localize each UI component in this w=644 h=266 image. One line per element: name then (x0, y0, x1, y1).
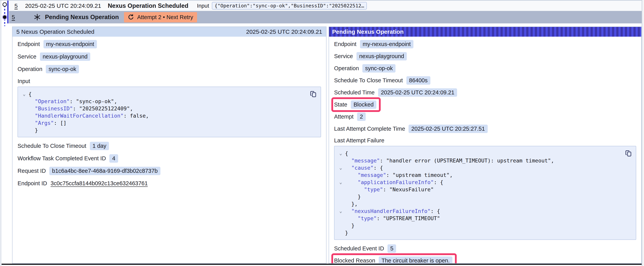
event-id-link[interactable]: 5 (14, 3, 18, 9)
copy-icon[interactable] (310, 90, 317, 98)
row-value-badge: 2025-02-25 UTC 20:24:09.21 (378, 88, 457, 97)
code-gutter (336, 157, 345, 164)
row-label: Request ID (18, 168, 46, 174)
failure-json-viewer: ⌄{ "message": "handler error (UPSTREAM_T… (334, 146, 636, 240)
row-label: Service (18, 54, 36, 60)
detail-row-state: State Blocked (334, 100, 636, 109)
code-line: "type": "UPSTREAM_TIMEOUT" (336, 215, 631, 222)
pending-card-header: Pending Nexus Operation (329, 27, 641, 37)
code-text: "message": "upstream timeout", (345, 171, 453, 179)
detail-row-attempt: Attempt 2 (334, 112, 636, 121)
code-gutter (336, 215, 345, 222)
row-label: Scheduled Event ID (334, 245, 384, 252)
frame-left-border (0, 0, 1, 266)
detail-row-service: Service nexus-playground (334, 52, 636, 61)
event-row-pending[interactable]: 5 Pending Nexus Operation Attempt 2 • Ne… (9, 11, 642, 24)
row-value-badge: 86400s (406, 76, 430, 85)
code-line: "Args": [] (20, 119, 316, 127)
state-badge: Blocked (351, 100, 376, 109)
collapse-caret-icon[interactable]: ⌄ (336, 179, 345, 186)
code-text: } (345, 229, 348, 236)
code-gutter (20, 127, 28, 134)
code-line: "type": "NexusFailure" (336, 186, 631, 193)
code-text: "HandlerWaitForCancellation": false, (28, 112, 149, 119)
retry-icon (128, 14, 134, 20)
code-line: "message": "handler error (UPSTREAM_TIME… (336, 157, 631, 164)
detail-row-operation: Operation sync-op-ok (334, 64, 636, 73)
pending-title: Pending Nexus Operation (45, 14, 119, 21)
collapse-caret-icon[interactable]: ⌄ (336, 164, 345, 171)
detail-row-endpoint: Endpoint my-nexus-endpoint (18, 40, 321, 48)
row-value-badge: 2 (357, 113, 366, 121)
timeline-active-bar (7, 1, 8, 24)
collapse-caret-icon[interactable]: ⌄ (336, 207, 345, 215)
detail-row-endpoint-id: Endpoint ID 3c0c75ccfa8144b092c13ce63246… (18, 179, 321, 188)
timeline-open-circle-icon (2, 2, 7, 7)
failure-section-label: Last Attempt Failure (334, 137, 636, 144)
event-input-preview[interactable]: {"Operation":"sync-op-ok","BusinessID":"… (212, 2, 367, 10)
row-label: Blocked Reason (334, 257, 375, 264)
blocked-reason-badge: The circuit breaker is open. (379, 256, 452, 264)
retry-badge-label: Attempt 2 • Next Retry (137, 14, 193, 21)
row-label: Endpoint (334, 41, 356, 47)
code-text: } (345, 193, 361, 200)
star-icon (34, 14, 41, 21)
code-gutter (20, 119, 28, 127)
code-line: ⌄ "nexusHandlerFailureInfo": { (336, 207, 631, 215)
detail-row-endpoint: Endpoint my-nexus-endpoint (334, 40, 636, 48)
row-label: State (334, 101, 347, 108)
collapse-caret-icon[interactable]: ⌄ (20, 91, 28, 98)
row-label: Endpoint ID (18, 180, 47, 187)
detail-row-service: Service nexus-playground (18, 52, 321, 61)
detail-row-operation: Operation sync-op-ok (18, 65, 321, 73)
detail-row-schedule-to-close: Schedule To Close Timeout 1 day (18, 142, 321, 150)
detail-row-wft-completed-id: Workflow Task Completed Event ID 4 (18, 154, 321, 163)
code-text: { (345, 150, 348, 157)
row-label: Operation (18, 66, 42, 72)
code-line: ⌄ "cause": { (336, 164, 631, 171)
copy-icon[interactable] (625, 149, 632, 158)
pending-card-title: Pending Nexus Operation (332, 29, 404, 35)
pending-id-link[interactable]: 5 (12, 14, 15, 21)
row-value-badge: sync-op-ok (46, 65, 79, 73)
code-text: "type": "UPSTREAM_TIMEOUT" (345, 215, 440, 222)
scheduled-event-card: 5 Nexus Operation Scheduled 2025-02-25 U… (12, 27, 326, 264)
code-gutter (336, 229, 345, 236)
row-value-badge: 5 (388, 244, 396, 253)
endpoint-id-link[interactable]: 3c0c75ccfa8144b092c13ce632463761 (51, 180, 148, 187)
scheduled-card-header: 5 Nexus Operation Scheduled 2025-02-25 U… (12, 27, 326, 37)
code-line: "HandlerWaitForCancellation": false, (20, 112, 316, 119)
row-value-badge: my-nexus-endpoint (44, 40, 97, 48)
row-value-badge: 2025-02-25 UTC 20:25:27.51 (408, 125, 488, 133)
code-gutter (336, 200, 345, 207)
detail-row-blocked-reason: Blocked Reason The circuit breaker is op… (334, 256, 636, 264)
event-row-scheduled[interactable]: 5 2025-02-25 UTC 20:24:09.21 Nexus Opera… (9, 1, 642, 11)
code-line: } (336, 222, 631, 229)
event-title: Nexus Operation Scheduled (108, 2, 188, 9)
code-text: "cause": { (345, 164, 383, 171)
retry-badge: Attempt 2 • Next Retry (124, 12, 197, 23)
code-text: } (345, 222, 354, 229)
code-gutter (336, 171, 345, 179)
detail-row-scheduled-time: Scheduled Time 2025-02-25 UTC 20:24:09.2… (334, 88, 636, 97)
row-label: Schedule To Close Timeout (334, 77, 403, 84)
row-label: Service (334, 53, 353, 60)
row-label: Last Attempt Complete Time (334, 126, 405, 132)
scheduled-card-title: 5 Nexus Operation Scheduled (16, 29, 94, 35)
scrollbar-track[interactable] (642, 0, 644, 266)
code-line: } (336, 193, 631, 200)
row-value-badge: 4 (109, 154, 118, 163)
code-text: "BusinessID": "20250225122409", (28, 105, 133, 112)
detail-row-request-id: Request ID b1c6a4bc-8ee7-468a-9169-df3b0… (18, 167, 321, 175)
row-label: Scheduled Time (334, 89, 375, 96)
code-gutter (336, 193, 345, 200)
code-gutter (20, 112, 28, 119)
code-line: } (20, 127, 316, 134)
code-line: "BusinessID": "20250225122409", (20, 105, 316, 112)
row-value-badge: 1 day (90, 142, 109, 150)
row-label: Endpoint (18, 41, 40, 47)
code-line: "Operation": "sync-op-ok", (20, 98, 316, 105)
collapse-caret-icon[interactable]: ⌄ (336, 150, 345, 157)
row-value-badge: nexus-playground (356, 52, 407, 61)
code-line: "message": "upstream timeout", (336, 171, 631, 179)
